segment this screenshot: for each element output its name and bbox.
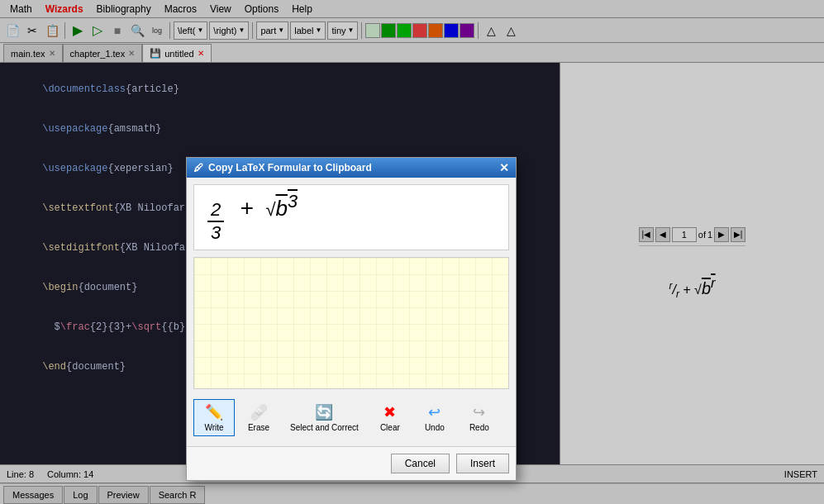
- tool-select-correct[interactable]: 🔄 Select and Correct: [283, 399, 366, 436]
- numerator: 2: [207, 199, 224, 222]
- dialog-close-button[interactable]: ✕: [499, 161, 509, 174]
- redo-label: Redo: [469, 423, 489, 432]
- tool-row: ✏️ Write 🩹 Erase 🔄 Select and Correct ✖ …: [193, 396, 509, 440]
- dialog-footer: Cancel Insert: [187, 446, 516, 480]
- tool-clear[interactable]: ✖ Clear: [369, 399, 411, 436]
- formula-preview-box: 2 3 + √b3: [193, 184, 509, 250]
- plus-sign: +: [240, 195, 253, 221]
- select-correct-icon: 🔄: [315, 403, 333, 421]
- clear-icon: ✖: [383, 403, 396, 421]
- canvas-grid: [194, 258, 508, 388]
- dialog-overlay: 🖊 Copy LaTeX Formular to Clipboard ✕ 2 3…: [0, 0, 824, 504]
- redo-icon: ↪: [473, 403, 485, 421]
- insert-button[interactable]: Insert: [456, 454, 509, 473]
- svg-rect-0: [194, 258, 508, 388]
- dialog-titlebar: 🖊 Copy LaTeX Formular to Clipboard ✕: [187, 158, 516, 178]
- tool-write[interactable]: ✏️ Write: [193, 399, 235, 436]
- formula-dialog: 🖊 Copy LaTeX Formular to Clipboard ✕ 2 3…: [186, 157, 517, 481]
- erase-icon: 🩹: [250, 403, 268, 421]
- dialog-title-text: Copy LaTeX Formular to Clipboard: [208, 162, 372, 174]
- tool-undo[interactable]: ↩ Undo: [414, 399, 455, 436]
- sqrt-content: b3: [275, 196, 298, 221]
- formula-rendered: 2 3 + √b3: [207, 191, 298, 244]
- sqrt-expr: √: [265, 199, 275, 220]
- dialog-body: 2 3 + √b3: [187, 178, 516, 446]
- drawing-canvas[interactable]: [193, 257, 509, 389]
- select-correct-label: Select and Correct: [290, 423, 359, 432]
- dialog-title-left: 🖊 Copy LaTeX Formular to Clipboard: [193, 162, 372, 174]
- erase-label: Erase: [248, 423, 269, 432]
- dialog-icon: 🖊: [193, 162, 203, 174]
- denominator: 3: [207, 222, 224, 244]
- write-icon: ✏️: [205, 403, 223, 421]
- undo-label: Undo: [425, 423, 445, 432]
- write-label: Write: [204, 423, 223, 432]
- tool-redo[interactable]: ↪ Redo: [459, 399, 500, 436]
- clear-label: Clear: [380, 423, 400, 432]
- cancel-button[interactable]: Cancel: [391, 454, 450, 473]
- tool-erase[interactable]: 🩹 Erase: [238, 399, 279, 436]
- undo-icon: ↩: [428, 403, 441, 421]
